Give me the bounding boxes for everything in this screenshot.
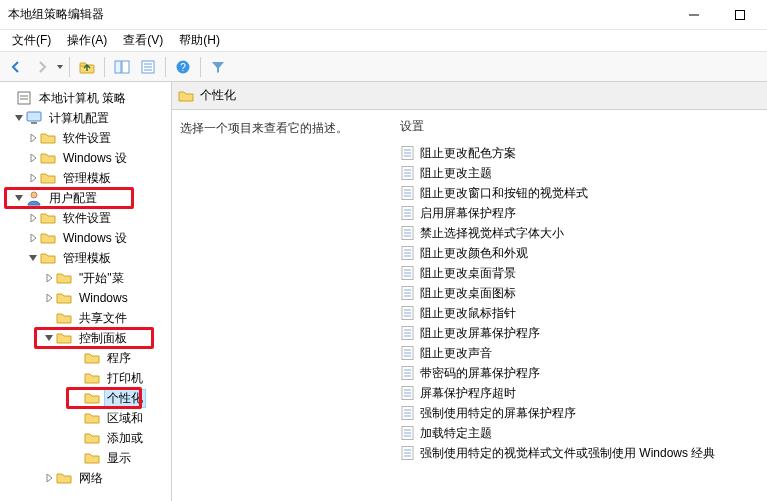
filter-button[interactable]	[206, 55, 230, 79]
expand-arrow-icon[interactable]	[12, 111, 26, 125]
window-controls	[671, 1, 763, 29]
setting-item[interactable]: 阻止更改鼠标指针	[394, 303, 767, 323]
policy-setting-icon	[400, 205, 416, 221]
tree-root[interactable]: 本地计算机 策略	[2, 88, 169, 108]
expand-arrow-icon[interactable]	[26, 131, 40, 145]
tree-comp-admin[interactable]: 管理模板	[2, 168, 169, 188]
tree-add-remove[interactable]: 添加或	[2, 428, 169, 448]
show-hide-tree-button[interactable]	[110, 55, 134, 79]
content-header: 个性化	[172, 82, 767, 110]
tree-network[interactable]: 网络	[2, 468, 169, 488]
menu-help[interactable]: 帮助(H)	[171, 29, 228, 52]
folder-icon	[178, 88, 194, 104]
nav-history-dropdown[interactable]	[56, 55, 64, 79]
properties-button[interactable]	[136, 55, 160, 79]
setting-item[interactable]: 强制使用特定的视觉样式文件或强制使用 Windows 经典	[394, 443, 767, 463]
tree-label: Windows	[76, 290, 131, 306]
tree-printers[interactable]: 打印机	[2, 368, 169, 388]
expand-arrow-icon[interactable]	[42, 331, 56, 345]
expand-arrow-icon[interactable]	[42, 271, 56, 285]
folder-icon	[84, 390, 100, 406]
svg-rect-4	[115, 61, 121, 73]
expand-arrow-icon[interactable]	[26, 151, 40, 165]
tree-label: 区域和	[104, 409, 146, 428]
expand-arrow-icon[interactable]	[12, 191, 26, 205]
policy-setting-icon	[400, 145, 416, 161]
forward-button[interactable]	[30, 55, 54, 79]
computer-icon	[26, 110, 42, 126]
tree-comp-windows[interactable]: Windows 设	[2, 148, 169, 168]
expand-arrow-icon[interactable]	[42, 471, 56, 485]
policy-setting-icon	[400, 345, 416, 361]
folder-icon	[56, 330, 72, 346]
folder-icon	[56, 310, 72, 326]
folder-icon	[84, 350, 100, 366]
tree-user-software[interactable]: 软件设置	[2, 208, 169, 228]
setting-item[interactable]: 禁止选择视觉样式字体大小	[394, 223, 767, 243]
tree-label: 管理模板	[60, 249, 114, 268]
svg-rect-15	[27, 112, 41, 121]
titlebar: 本地组策略编辑器	[0, 0, 767, 30]
policy-setting-icon	[400, 225, 416, 241]
expand-arrow-icon[interactable]	[26, 251, 40, 265]
policy-setting-icon	[400, 185, 416, 201]
menu-view[interactable]: 查看(V)	[115, 29, 171, 52]
minimize-button[interactable]	[671, 1, 717, 29]
setting-item[interactable]: 阻止更改配色方案	[394, 143, 767, 163]
setting-item[interactable]: 阻止更改声音	[394, 343, 767, 363]
tree-pane[interactable]: 本地计算机 策略 计算机配置 软件设置 Windows 设 管理模板 用户配置	[0, 82, 172, 501]
expand-arrow-icon[interactable]	[26, 171, 40, 185]
settings-column-header[interactable]: 设置	[394, 114, 767, 143]
svg-rect-12	[18, 92, 30, 104]
tree-user-config[interactable]: 用户配置	[2, 188, 169, 208]
policy-setting-icon	[400, 265, 416, 281]
tree-comp-software[interactable]: 软件设置	[2, 128, 169, 148]
setting-label: 阻止更改主题	[420, 165, 492, 182]
setting-item[interactable]: 带密码的屏幕保护程序	[394, 363, 767, 383]
tree-regional[interactable]: 区域和	[2, 408, 169, 428]
tree-label: 打印机	[104, 369, 146, 388]
policy-setting-icon	[400, 385, 416, 401]
menu-action[interactable]: 操作(A)	[59, 29, 115, 52]
setting-item[interactable]: 启用屏幕保护程序	[394, 203, 767, 223]
policy-setting-icon	[400, 245, 416, 261]
back-button[interactable]	[4, 55, 28, 79]
tree-programs[interactable]: 程序	[2, 348, 169, 368]
maximize-button[interactable]	[717, 1, 763, 29]
tree-start-menu[interactable]: "开始"菜	[2, 268, 169, 288]
expand-arrow-icon[interactable]	[26, 211, 40, 225]
setting-item[interactable]: 加载特定主题	[394, 423, 767, 443]
setting-item[interactable]: 阻止更改窗口和按钮的视觉样式	[394, 183, 767, 203]
setting-item[interactable]: 阻止更改桌面图标	[394, 283, 767, 303]
setting-item[interactable]: 阻止更改颜色和外观	[394, 243, 767, 263]
tree-display[interactable]: 显示	[2, 448, 169, 468]
tree-control-panel[interactable]: 控制面板	[2, 328, 169, 348]
setting-item[interactable]: 阻止更改主题	[394, 163, 767, 183]
toolbar-separator	[200, 57, 201, 77]
up-level-button[interactable]	[75, 55, 99, 79]
help-button[interactable]: ?	[171, 55, 195, 79]
tree-personalization[interactable]: 个性化	[2, 388, 169, 408]
tree-shared-folders[interactable]: 共享文件	[2, 308, 169, 328]
folder-icon	[56, 290, 72, 306]
settings-list: 阻止更改配色方案阻止更改主题阻止更改窗口和按钮的视觉样式启用屏幕保护程序禁止选择…	[394, 143, 767, 463]
expand-arrow-icon[interactable]	[42, 291, 56, 305]
folder-icon	[40, 250, 56, 266]
setting-label: 禁止选择视觉样式字体大小	[420, 225, 564, 242]
menu-file[interactable]: 文件(F)	[4, 29, 59, 52]
setting-item[interactable]: 屏幕保护程序超时	[394, 383, 767, 403]
tree-user-windows[interactable]: Windows 设	[2, 228, 169, 248]
tree-computer-config[interactable]: 计算机配置	[2, 108, 169, 128]
user-icon	[26, 190, 42, 206]
svg-rect-5	[122, 61, 129, 73]
setting-item[interactable]: 阻止更改桌面背景	[394, 263, 767, 283]
tree-windows-comp[interactable]: Windows	[2, 288, 169, 308]
expand-arrow-icon[interactable]	[26, 231, 40, 245]
toolbar-separator	[69, 57, 70, 77]
settings-column: 设置 阻止更改配色方案阻止更改主题阻止更改窗口和按钮的视觉样式启用屏幕保护程序禁…	[394, 110, 767, 501]
setting-item[interactable]: 强制使用特定的屏幕保护程序	[394, 403, 767, 423]
setting-item[interactable]: 阻止更改屏幕保护程序	[394, 323, 767, 343]
tree-label: 网络	[76, 469, 106, 488]
tree-label: 共享文件	[76, 309, 130, 328]
tree-user-admin[interactable]: 管理模板	[2, 248, 169, 268]
